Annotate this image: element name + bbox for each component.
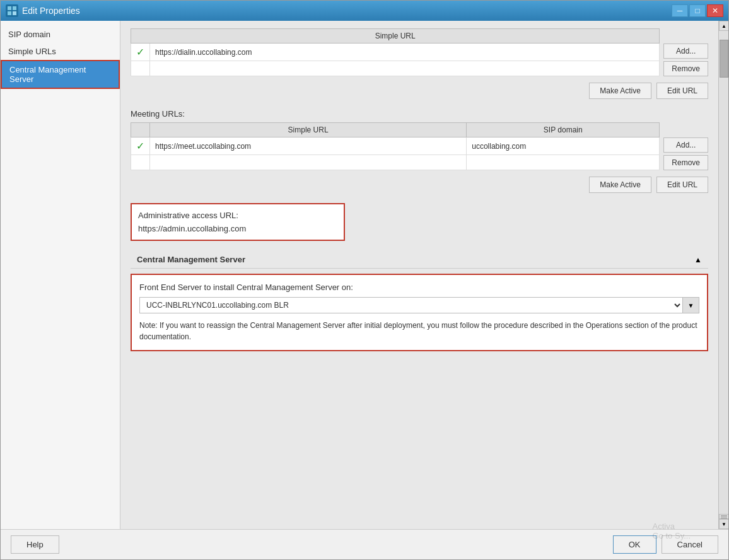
maximize-button[interactable]: □ xyxy=(689,4,706,17)
meeting-label: Meeting URLs: xyxy=(131,109,708,119)
title-bar-controls: ─ □ ✕ xyxy=(672,4,723,17)
meeting-col-simple-url: Simple URL xyxy=(150,123,467,137)
svg-rect-2 xyxy=(8,11,11,15)
cms-section-wrapper: Central Management Server ▲ Front End Se… xyxy=(131,251,708,351)
meeting-remove-button[interactable]: Remove xyxy=(663,155,708,170)
dialin-add-button[interactable]: Add... xyxy=(663,44,708,59)
meeting-table-container: Simple URL SIP domain ✓ https://meet.ucc xyxy=(131,122,660,172)
scrollbar-down-button[interactable]: ▼ xyxy=(719,519,728,529)
dialin-edit-url-button[interactable]: Edit URL xyxy=(656,83,708,99)
meeting-add-button[interactable]: Add... xyxy=(663,137,708,153)
main-window: Edit Properties ─ □ ✕ SIP domain Simple … xyxy=(0,0,729,560)
dialin-url-row: ✓ https://dialin.uccollabing.com xyxy=(131,44,660,61)
close-button[interactable]: ✕ xyxy=(707,4,723,17)
sidebar-item-central-management-server[interactable]: Central Management Server xyxy=(1,60,120,89)
dialin-col-header: Simple URL xyxy=(131,29,660,44)
sidebar-item-simple-urls[interactable]: Simple URLs xyxy=(1,43,120,60)
app-icon xyxy=(6,4,18,17)
cms-dropdown[interactable]: UCC-INBLRLYNC01.uccollabing.com BLR xyxy=(139,297,683,313)
dialin-empty-row xyxy=(131,61,660,76)
svg-rect-3 xyxy=(13,11,16,15)
meeting-col-sip-domain: SIP domain xyxy=(467,123,660,137)
activate-watermark: Activa Go to Sy... xyxy=(653,522,691,540)
meeting-url-value: https://meet.uccollabing.com xyxy=(150,137,467,155)
title-bar: Edit Properties ─ □ ✕ xyxy=(1,1,728,21)
scrollbar-track[interactable]: ▲ ▼ xyxy=(718,21,728,529)
content-area: Simple URL ✓ https://dialin.uccollabing.… xyxy=(120,21,718,529)
minimize-button[interactable]: ─ xyxy=(672,4,688,17)
cms-dropdown-arrow-icon[interactable]: ▼ xyxy=(683,297,699,313)
meeting-check-icon: ✓ xyxy=(131,137,150,155)
cms-section: Front End Server to install Central Mana… xyxy=(131,274,708,351)
sidebar: SIP domain Simple URLs Central Managemen… xyxy=(1,21,120,529)
admin-url-label: Administrative access URL: xyxy=(138,211,337,220)
window-title: Edit Properties xyxy=(22,6,80,16)
meeting-side-buttons: Add... Remove xyxy=(663,122,708,172)
meeting-section: Meeting URLs: Simple URL SIP dom xyxy=(131,109,708,193)
sidebar-item-sip-domain[interactable]: SIP domain xyxy=(1,26,120,43)
cms-dropdown-wrapper: UCC-INBLRLYNC01.uccollabing.com BLR ▼ xyxy=(139,297,699,313)
meeting-action-buttons: Make Active Edit URL xyxy=(131,177,708,193)
dialin-side-buttons: Add... Remove xyxy=(663,28,708,78)
meeting-empty-row xyxy=(131,155,660,170)
main-area: SIP domain Simple URLs Central Managemen… xyxy=(1,21,728,529)
cms-section-header: Central Management Server ▲ xyxy=(131,251,708,269)
svg-rect-1 xyxy=(13,6,16,10)
meeting-edit-url-button[interactable]: Edit URL xyxy=(656,177,708,193)
ok-button[interactable]: OK xyxy=(613,535,656,554)
cms-note: Note: If you want to reassign the Centra… xyxy=(139,320,699,342)
meeting-url-row: ✓ https://meet.uccollabing.com uccollabi… xyxy=(131,137,660,155)
meeting-col-check xyxy=(131,123,150,137)
cms-label: Front End Server to install Central Mana… xyxy=(139,283,699,292)
dialin-table-container: Simple URL ✓ https://dialin.uccollabing.… xyxy=(131,28,660,78)
admin-url-value: https://admin.uccollabing.com xyxy=(138,224,337,233)
dialin-make-active-button[interactable]: Make Active xyxy=(589,83,651,99)
scrollbar-thumb[interactable] xyxy=(720,40,728,78)
window-content: SIP domain Simple URLs Central Managemen… xyxy=(1,21,728,559)
title-bar-left: Edit Properties xyxy=(6,4,80,17)
dialin-action-buttons: Make Active Edit URL xyxy=(131,83,708,99)
scroll-container: Simple URL ✓ https://dialin.uccollabing.… xyxy=(120,21,728,529)
collapse-icon[interactable]: ▲ xyxy=(694,255,702,264)
meeting-url-table: Simple URL SIP domain ✓ https://meet.ucc xyxy=(131,122,660,170)
scrollbar-up-button[interactable]: ▲ xyxy=(719,21,728,31)
cms-section-title: Central Management Server xyxy=(137,255,245,264)
scrollable-content: Simple URL ✓ https://dialin.uccollabing.… xyxy=(120,21,718,529)
help-button[interactable]: Help xyxy=(11,535,59,554)
dialin-url-value: https://dialin.uccollabing.com xyxy=(150,44,660,61)
meeting-sip-domain-value: uccollabing.com xyxy=(467,137,660,155)
meeting-table-wrapper: Simple URL SIP domain ✓ https://meet.ucc xyxy=(131,122,708,172)
meeting-make-active-button[interactable]: Make Active xyxy=(589,177,651,193)
scrollbar-grip xyxy=(719,514,728,519)
dialin-section: Simple URL ✓ https://dialin.uccollabing.… xyxy=(131,28,708,99)
dialin-table-wrapper: Simple URL ✓ https://dialin.uccollabing.… xyxy=(131,28,708,78)
dialin-check-icon: ✓ xyxy=(131,44,150,61)
admin-section-wrapper: Administrative access URL: https://admin… xyxy=(131,203,708,241)
admin-section: Administrative access URL: https://admin… xyxy=(131,203,345,241)
dialin-url-table: Simple URL ✓ https://dialin.uccollabing.… xyxy=(131,28,660,76)
dialin-remove-button[interactable]: Remove xyxy=(663,61,708,76)
footer: Help OK Cancel xyxy=(1,529,728,559)
svg-rect-0 xyxy=(8,6,11,10)
